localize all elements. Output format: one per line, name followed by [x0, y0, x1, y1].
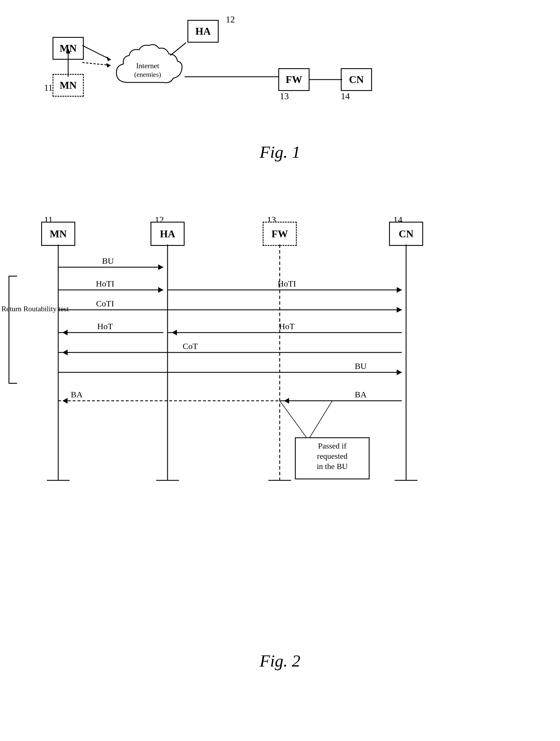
svg-text:BU: BU	[102, 256, 114, 265]
fig1: 11 12 13 14 MN MN HA FW CN Internet (ene…	[0, 11, 560, 171]
fig2-ha-node: HA	[151, 222, 184, 246]
fig1-label-14: 14	[341, 91, 350, 102]
svg-marker-41	[397, 369, 402, 375]
svg-text:Internet: Internet	[136, 62, 160, 70]
rr-brace	[8, 276, 17, 384]
svg-line-2	[82, 46, 111, 60]
sequence-diagram: BU HoTI HoTI CoTI HoT HoT CoT	[20, 245, 446, 529]
fig2-fw-node: FW	[263, 222, 297, 246]
fig1-title: Fig. 1	[259, 142, 300, 162]
fig1-connections	[51, 34, 122, 85]
svg-text:HoT: HoT	[97, 322, 113, 331]
fig2-mn-node: MN	[41, 222, 75, 246]
svg-text:BA: BA	[355, 390, 367, 399]
svg-marker-26	[397, 287, 402, 293]
fig1-fw-cn	[310, 78, 342, 81]
svg-marker-7	[66, 48, 70, 54]
svg-text:requested: requested	[317, 452, 347, 461]
svg-line-49	[280, 401, 307, 438]
svg-marker-29	[397, 307, 402, 313]
svg-marker-38	[63, 350, 68, 355]
svg-marker-47	[284, 398, 289, 404]
fig1-label-13: 13	[280, 91, 289, 102]
svg-marker-20	[158, 264, 163, 270]
svg-text:HoTI: HoTI	[278, 279, 296, 288]
svg-marker-44	[63, 398, 68, 404]
svg-marker-23	[158, 287, 163, 293]
svg-line-50	[310, 401, 332, 438]
svg-text:HoTI: HoTI	[96, 279, 114, 288]
fig1-label-12: 12	[226, 14, 235, 25]
svg-marker-3	[106, 56, 111, 61]
svg-text:CoTI: CoTI	[96, 299, 114, 308]
svg-text:(enemies): (enemies)	[134, 71, 161, 78]
svg-marker-32	[172, 330, 177, 335]
fig1-cn-node: CN	[341, 68, 372, 91]
fig2-title: Fig. 2	[259, 651, 300, 671]
svg-text:BA: BA	[71, 390, 83, 399]
svg-line-8	[170, 43, 186, 55]
svg-marker-5	[106, 63, 111, 68]
fig1-cloud-fw	[184, 68, 281, 85]
fig1-mn-arrow	[64, 48, 72, 80]
svg-text:in the BU: in the BU	[317, 462, 348, 471]
fig2: 11 12 13 14 MN HA FW CN Return Routabili…	[0, 199, 560, 682]
fig1-fw-node: FW	[278, 68, 310, 91]
svg-text:Passed if: Passed if	[318, 442, 347, 450]
svg-marker-35	[63, 330, 68, 335]
svg-text:HoT: HoT	[279, 322, 295, 331]
svg-text:BU: BU	[355, 361, 367, 370]
svg-text:CoT: CoT	[183, 341, 197, 351]
fig2-cn-node: CN	[389, 222, 423, 246]
